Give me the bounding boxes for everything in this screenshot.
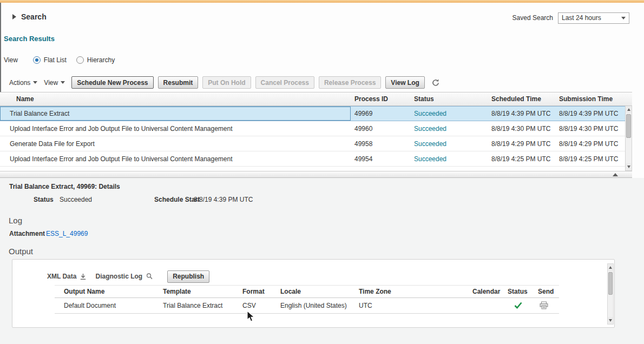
diagnostic-log-link[interactable]: Diagnostic Log	[95, 273, 142, 280]
saved-search-value: Last 24 hours	[562, 14, 601, 22]
send-icon[interactable]	[540, 301, 548, 311]
schedule-start-label: Schedule Start	[154, 196, 200, 203]
actions-menu-label: Actions	[9, 79, 30, 87]
radio-hierarchy-label[interactable]: Hierarchy	[87, 56, 115, 64]
submission-time: 8/8/19 4:29 PM UTC	[556, 136, 625, 151]
scheduled-time: 8/8/19 4:39 PM UTC	[487, 107, 556, 121]
output-time-zone: UTC	[359, 302, 372, 309]
output-section-title: Output	[9, 247, 33, 256]
table-header: Name Process ID Status Scheduled Time Su…	[0, 92, 632, 106]
output-template: Trial Balance Extract	[163, 302, 222, 309]
saved-search: Saved Search Last 24 hours	[512, 12, 629, 24]
view-menu-label: View	[44, 79, 58, 87]
saved-search-select[interactable]: Last 24 hours	[558, 12, 629, 24]
details-title: Trial Balance Extract, 49969: Details	[9, 183, 120, 190]
dropdown-arrow-icon	[621, 17, 626, 19]
diagnostic-log-icon[interactable]	[146, 273, 153, 280]
column-header-process-id[interactable]: Process ID	[351, 92, 410, 105]
column-header-scheduled-time[interactable]: Scheduled Time	[487, 92, 556, 105]
process-status: Succeeded	[410, 121, 487, 136]
actions-menu-arrow-icon	[33, 81, 37, 84]
output-col-time-zone: Time Zone	[359, 288, 391, 295]
resubmit-button[interactable]: Resubmit	[158, 76, 199, 89]
column-header-name[interactable]: Name	[0, 92, 351, 105]
process-table: Name Process ID Status Scheduled Time Su…	[0, 92, 632, 171]
table-scrollbar[interactable]	[625, 106, 632, 171]
process-id: 49969	[351, 107, 410, 121]
table-row[interactable]: Trial Balance Extract 49969 Succeeded 8/…	[0, 106, 632, 121]
table-row[interactable]: Upload Interface Error and Job Output Fi…	[0, 151, 632, 167]
output-col-locale: Locale	[280, 288, 301, 295]
schedule-start-value: 8/8/19 4:39 PM UTC	[194, 196, 253, 203]
column-header-status[interactable]: Status	[410, 92, 487, 105]
search-expand-icon[interactable]	[12, 14, 16, 19]
search-results-title: Search Results	[4, 35, 55, 43]
process-name: Upload Interface Error and Job Output Fi…	[0, 151, 351, 166]
scheduled-processes-page: Search Saved Search Last 24 hours Search…	[0, 0, 644, 344]
results-toolbar: Actions View Schedule New Process Resubm…	[9, 76, 440, 89]
download-icon[interactable]	[80, 273, 87, 280]
scheduled-time: 8/8/19 4:29 PM UTC	[487, 136, 556, 151]
refresh-icon[interactable]	[431, 78, 440, 87]
table-row[interactable]: Upload Interface Error and Job Output Fi…	[0, 121, 632, 136]
process-id: 49958	[351, 136, 410, 151]
cancel-process-button: Cancel Process	[255, 76, 314, 89]
process-status: Succeeded	[410, 107, 487, 121]
output-locale: English (United States)	[280, 302, 347, 309]
output-col-send: Send	[538, 288, 554, 295]
view-label: View	[4, 56, 18, 64]
republish-button[interactable]: Republish	[167, 270, 209, 283]
output-scroll-down-icon[interactable]	[608, 317, 613, 324]
table-row[interactable]: Generate Data File for Export 49958 Succ…	[0, 136, 632, 151]
attachment-link[interactable]: ESS_L_49969	[46, 230, 88, 237]
success-check-icon	[514, 302, 522, 310]
splitter-collapse-icon[interactable]	[613, 173, 618, 176]
radio-hierarchy[interactable]	[76, 56, 84, 64]
details-status-value: Succeeded	[60, 196, 92, 203]
view-log-button[interactable]: View Log	[385, 76, 424, 89]
submission-time: 8/8/19 4:25 PM UTC	[556, 151, 625, 166]
scroll-up-icon[interactable]	[626, 106, 632, 113]
process-status: Succeeded	[410, 151, 487, 166]
output-col-status: Status	[508, 288, 528, 295]
output-box: XML Data Diagnostic Log Republish	[12, 259, 615, 328]
submission-time: 8/8/19 4:30 PM UTC	[556, 121, 625, 136]
output-table: Output Name Template Format Locale Time …	[55, 285, 559, 314]
output-col-format: Format	[242, 288, 265, 295]
process-status: Succeeded	[410, 136, 487, 151]
output-scrollbar[interactable]	[607, 263, 614, 325]
search-section-header[interactable]: Search	[12, 12, 47, 21]
log-section-title: Log	[9, 216, 22, 225]
radio-flat-list-label[interactable]: Flat List	[44, 56, 67, 64]
scheduled-time: 8/8/19 4:25 PM UTC	[487, 151, 556, 166]
process-name: Trial Balance Extract	[0, 107, 351, 121]
top-accent-bar	[0, 0, 644, 3]
panel-splitter[interactable]	[0, 171, 632, 178]
output-scroll-up-icon[interactable]	[608, 264, 613, 271]
process-id: 49954	[351, 151, 410, 166]
output-table-header: Output Name Template Format Locale Time …	[55, 285, 559, 298]
search-section-title: Search	[21, 12, 47, 21]
xml-data-link[interactable]: XML Data	[47, 273, 76, 280]
process-id: 49960	[351, 121, 410, 136]
process-name: Generate Data File for Export	[0, 136, 351, 151]
view-menu[interactable]: View	[44, 79, 67, 87]
output-format: CSV	[242, 302, 256, 309]
view-options: View Flat List Hierarchy	[4, 56, 124, 64]
actions-menu[interactable]: Actions	[9, 79, 40, 87]
output-toolbar: XML Data Diagnostic Log Republish	[47, 270, 209, 283]
column-header-submission-time[interactable]: Submission Time	[556, 92, 625, 105]
table-scrollbar-thumb[interactable]	[626, 114, 631, 138]
output-scrollbar-thumb[interactable]	[608, 272, 613, 295]
attachment-label: Attachment	[9, 230, 45, 237]
schedule-new-process-button[interactable]: Schedule New Process	[71, 76, 153, 89]
output-row[interactable]: Default Document Trial Balance Extract C…	[55, 298, 559, 314]
process-name: Upload Interface Error and Job Output Fi…	[0, 121, 351, 136]
details-panel: Trial Balance Extract, 49969: Details St…	[0, 178, 644, 344]
output-name: Default Document	[64, 302, 116, 309]
output-col-output-name: Output Name	[64, 288, 104, 295]
radio-flat-list[interactable]	[33, 56, 41, 64]
saved-search-label: Saved Search	[512, 14, 553, 22]
scheduled-time: 8/8/19 4:30 PM UTC	[487, 121, 556, 136]
scroll-down-icon[interactable]	[626, 163, 632, 170]
